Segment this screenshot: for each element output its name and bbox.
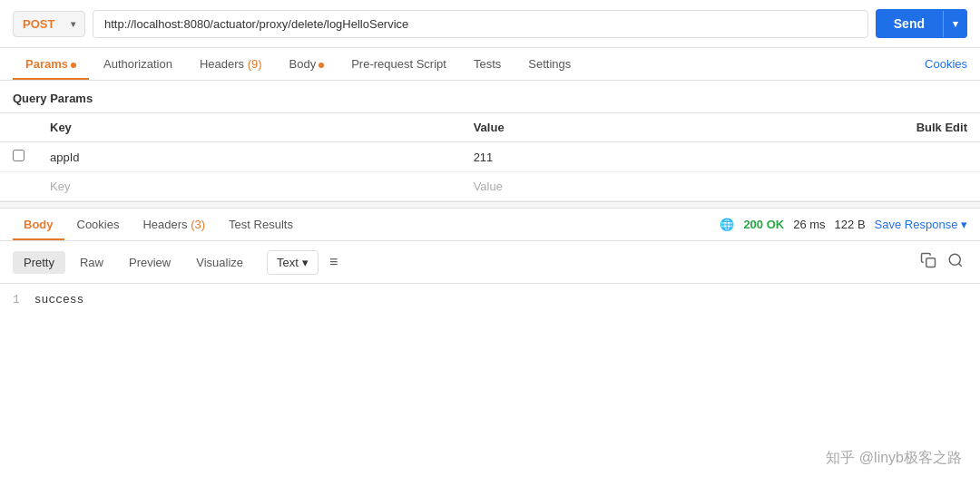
tab-authorization[interactable]: Authorization [91,48,185,80]
text-format-select[interactable]: Text ▾ [267,250,318,275]
method-chevron-icon: ▾ [71,19,75,29]
search-icon[interactable] [944,248,967,276]
globe-icon: 🌐 [720,218,734,231]
row1-checkbox[interactable] [13,150,24,161]
response-tab-body[interactable]: Body [13,209,64,240]
wrap-icon[interactable]: ≡ [329,254,338,270]
key-header: Key [37,113,461,142]
format-raw-button[interactable]: Raw [69,251,114,274]
response-body: 1 success [0,284,980,316]
url-input[interactable] [93,10,868,38]
request-tab-bar: Params Authorization Headers (9) Body Pr… [0,48,980,81]
svg-rect-0 [926,258,936,267]
section-divider [0,201,980,209]
send-arrow-icon[interactable]: ▾ [943,11,967,37]
query-params-title: Query Params [0,81,980,112]
tab-settings[interactable]: Settings [515,48,583,80]
format-visualize-button[interactable]: Visualize [185,251,254,274]
response-tab-headers[interactable]: Headers (3) [132,209,216,240]
response-tab-bar: Body Cookies Headers (3) Test Results 🌐 … [0,209,980,241]
params-dot [71,63,76,68]
tab-params[interactable]: Params [13,48,89,80]
row1-checkbox-cell[interactable] [0,142,37,172]
table-row: Key Value [0,172,980,201]
status-ok: 200 OK [743,218,784,231]
text-format-label: Text [277,256,299,269]
row1-bulk [884,142,980,172]
row1-key[interactable]: appId [37,142,461,172]
line-number: 1 [13,293,20,306]
send-label: Send [876,9,943,38]
save-response-chevron-icon: ▾ [961,218,967,231]
table-row: appId 211 [0,142,980,172]
method-selector[interactable]: POST ▾ [13,11,85,37]
copy-icon[interactable] [916,248,940,276]
row2-bulk [884,172,980,201]
format-pretty-button[interactable]: Pretty [13,251,65,274]
row2-checkbox-cell [0,172,37,201]
format-preview-button[interactable]: Preview [118,251,181,274]
svg-line-2 [958,263,961,266]
value-header: Value [461,113,885,142]
format-bar: Pretty Raw Preview Visualize Text ▾ ≡ [0,241,980,284]
url-bar: POST ▾ Send ▾ [0,0,980,48]
status-size: 122 B [835,218,866,231]
svg-point-1 [949,254,960,265]
params-table: Key Value Bulk Edit appId 211 Key Value [0,112,980,201]
tab-pre-request-script[interactable]: Pre-request Script [338,48,459,80]
save-response-button[interactable]: Save Response ▾ [875,218,967,231]
tab-tests[interactable]: Tests [461,48,514,80]
response-tab-cookies[interactable]: Cookies [66,209,131,240]
response-line: 1 success [13,293,967,306]
method-label: POST [23,17,54,31]
checkbox-header [0,113,37,142]
row2-key[interactable]: Key [37,172,461,201]
text-format-chevron-icon: ▾ [302,256,309,269]
response-status: 🌐 200 OK 26 ms 122 B Save Response ▾ [720,218,967,231]
body-dot [318,63,324,68]
response-content: success [34,293,84,306]
row1-value[interactable]: 211 [461,142,885,172]
response-tab-test-results[interactable]: Test Results [218,209,304,240]
status-time: 26 ms [793,218,825,231]
tab-body[interactable]: Body [277,48,338,80]
tab-headers[interactable]: Headers (9) [187,48,275,80]
bulk-edit-header[interactable]: Bulk Edit [884,113,980,142]
row2-value[interactable]: Value [461,172,885,201]
send-button[interactable]: Send ▾ [876,9,967,38]
cookies-link[interactable]: Cookies [925,48,967,80]
